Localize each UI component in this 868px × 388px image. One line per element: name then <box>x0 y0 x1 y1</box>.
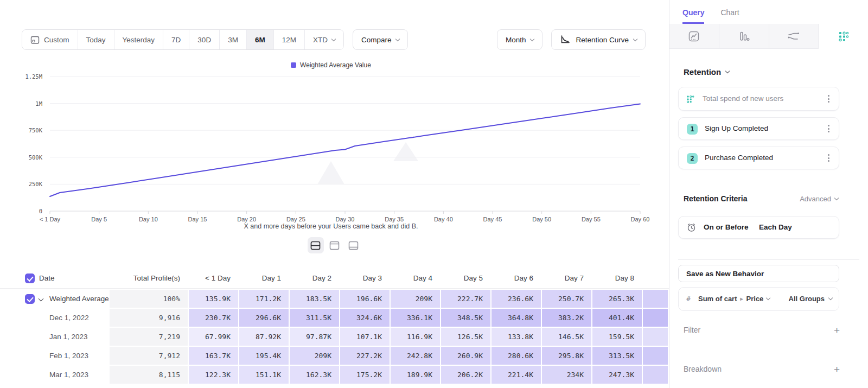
granularity-button[interactable]: Month <box>497 29 543 50</box>
retention-value-cell[interactable]: 135.9K <box>189 290 238 308</box>
range-custom[interactable]: Custom <box>22 30 78 49</box>
step-card-2[interactable]: 2 Purchase Completed <box>678 147 839 169</box>
retention-value-cell[interactable]: 107.1K <box>340 328 390 346</box>
retention-value-cell[interactable]: 234K <box>542 366 591 384</box>
retention-value-cell[interactable]: 196.6K <box>340 290 390 308</box>
behavior-card[interactable]: Total spend of new users <box>678 87 839 111</box>
tab-query[interactable]: Query <box>682 8 704 24</box>
step-menu-button[interactable] <box>826 123 832 135</box>
retention-value-cell-clipped[interactable] <box>643 309 668 327</box>
save-as-new-behavior-button[interactable]: Save as New Behavior <box>678 265 839 282</box>
row-label-cell[interactable]: Jan 1, 2023 <box>0 328 108 346</box>
row-label-cell[interactable]: Feb 1, 2023 <box>0 347 108 365</box>
retention-value-cell[interactable]: 230.7K <box>189 309 238 327</box>
row-label[interactable]: Feb 1, 2023 <box>49 347 88 365</box>
retention-value-cell[interactable]: 195.4K <box>239 347 289 365</box>
retention-value-cell[interactable]: 97.87K <box>290 328 339 346</box>
retention-section-header[interactable]: Retention <box>684 67 729 77</box>
row-label-cell[interactable]: Weighted Average ... <box>0 290 108 308</box>
step-event-label[interactable]: Purchase Completed <box>705 154 773 162</box>
retention-value-cell[interactable]: 175.2K <box>340 366 390 384</box>
retention-value-cell[interactable]: 383.2K <box>542 309 591 327</box>
retention-value-cell[interactable]: 348.5K <box>441 309 490 327</box>
criteria-condition[interactable]: On or Before <box>704 223 749 231</box>
retention-value-cell[interactable]: 206.2K <box>441 366 490 384</box>
range-12m[interactable]: 12M <box>274 30 305 49</box>
retention-value-cell[interactable]: 116.9K <box>391 328 440 346</box>
row-label[interactable]: Dec 1, 2022 <box>49 309 89 327</box>
retention-value-cell[interactable]: 227.2K <box>340 347 390 365</box>
retention-value-cell-clipped[interactable] <box>643 366 668 384</box>
retention-value-cell[interactable]: 311.5K <box>290 309 339 327</box>
chart-legend[interactable]: Weighted Average Value <box>16 61 646 69</box>
row-label[interactable]: Mar 1, 2023 <box>49 366 88 384</box>
tab-chart[interactable]: Chart <box>720 8 739 24</box>
retention-value-cell[interactable]: 163.7K <box>189 347 238 365</box>
retention-value-cell[interactable]: 295.8K <box>542 347 591 365</box>
retention-value-cell[interactable]: 260.9K <box>441 347 490 365</box>
report-insights-button[interactable] <box>669 24 719 49</box>
retention-value-cell[interactable]: 236.6K <box>492 290 541 308</box>
range-yesterday[interactable]: Yesterday <box>114 30 164 49</box>
retention-line[interactable] <box>50 104 640 196</box>
chart-view-button[interactable] <box>327 237 343 253</box>
retention-value-cell[interactable]: 265.3K <box>592 290 642 308</box>
chart-type-button[interactable]: Retention Curve <box>551 29 646 50</box>
retention-value-cell[interactable]: 189.9K <box>391 366 440 384</box>
retention-value-cell[interactable]: 247.3K <box>592 366 642 384</box>
retention-value-cell[interactable]: 162.3K <box>290 366 339 384</box>
retention-value-cell[interactable]: 122.3K <box>189 366 238 384</box>
total-profiles-cell[interactable]: 7,912 <box>110 347 188 365</box>
retention-value-cell[interactable]: 133.8K <box>492 328 541 346</box>
row-label-cell[interactable]: Mar 1, 2023 <box>0 366 108 384</box>
total-profiles-cell[interactable]: 8,115 <box>110 366 188 384</box>
retention-value-cell[interactable]: 296.6K <box>239 309 289 327</box>
add-breakdown-button[interactable]: + <box>834 364 840 374</box>
add-filter-button[interactable]: + <box>834 325 840 335</box>
range-7d[interactable]: 7D <box>163 30 189 49</box>
measure-property-dropdown[interactable]: Sum of cart ▸ Price <box>698 295 770 303</box>
retention-value-cell[interactable]: 209K <box>391 290 440 308</box>
retention-value-cell[interactable]: 313.5K <box>592 347 642 365</box>
total-profiles-cell[interactable]: 9,916 <box>110 309 188 327</box>
retention-value-cell-clipped[interactable] <box>643 290 668 308</box>
retention-value-cell[interactable]: 146.5K <box>542 328 591 346</box>
total-profiles-cell[interactable]: 100% <box>110 290 188 308</box>
retention-value-cell-clipped[interactable] <box>643 347 668 365</box>
row-checkbox[interactable] <box>25 294 35 304</box>
retention-value-cell[interactable]: 151.1K <box>239 366 289 384</box>
row-label[interactable]: Weighted Average ... <box>49 290 108 308</box>
step-card-1[interactable]: 1 Sign Up Completed <box>678 117 839 140</box>
retention-value-cell[interactable]: 222.7K <box>441 290 490 308</box>
retention-value-cell[interactable]: 336.1K <box>391 309 440 327</box>
range-3m[interactable]: 3M <box>220 30 247 49</box>
row-label-cell[interactable]: Dec 1, 2022 <box>0 309 108 327</box>
step-event-label[interactable]: Sign Up Completed <box>705 124 768 132</box>
step-menu-button[interactable] <box>826 152 832 164</box>
retention-value-cell[interactable]: 159.5K <box>592 328 642 346</box>
retention-value-cell[interactable]: 280.6K <box>492 347 541 365</box>
range-xtd[interactable]: XTD <box>305 30 343 49</box>
total-profiles-cell[interactable]: 7,219 <box>110 328 188 346</box>
report-funnels-button[interactable] <box>719 24 769 49</box>
criteria-window[interactable]: Each Day <box>759 223 792 231</box>
retention-value-cell[interactable]: 183.5K <box>290 290 339 308</box>
row-expand-chevron[interactable] <box>39 296 44 302</box>
retention-value-cell[interactable]: 87.92K <box>239 328 289 346</box>
retention-value-cell[interactable]: 171.2K <box>239 290 289 308</box>
retention-value-cell[interactable]: 324.6K <box>340 309 390 327</box>
report-retention-button[interactable] <box>819 24 868 49</box>
range-today[interactable]: Today <box>78 30 114 49</box>
retention-value-cell[interactable]: 221.4K <box>492 366 541 384</box>
range-30d[interactable]: 30D <box>189 30 220 49</box>
retention-value-cell[interactable]: 401.4K <box>592 309 642 327</box>
retention-value-cell[interactable]: 126.5K <box>441 328 490 346</box>
behavior-menu-button[interactable] <box>826 93 832 105</box>
retention-value-cell-clipped[interactable] <box>643 328 668 346</box>
table-view-button[interactable] <box>346 237 362 253</box>
row-label[interactable]: Jan 1, 2023 <box>49 328 88 346</box>
retention-value-cell[interactable]: 67.99K <box>189 328 238 346</box>
retention-value-cell[interactable]: 242.8K <box>391 347 440 365</box>
split-view-button[interactable] <box>308 237 324 253</box>
select-all-checkbox[interactable] <box>25 273 35 283</box>
